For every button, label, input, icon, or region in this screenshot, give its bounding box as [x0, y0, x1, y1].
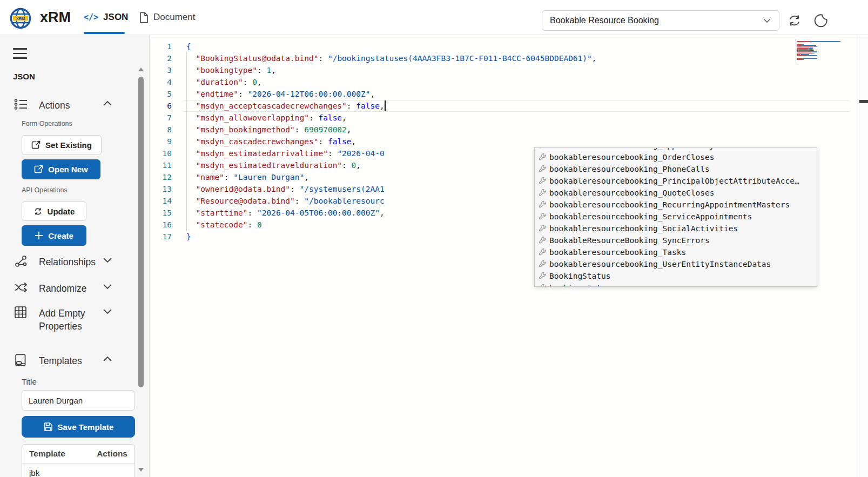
form-operations-label: Form Operations: [22, 120, 72, 127]
suggest-item[interactable]: bookingstatusname: [535, 282, 817, 287]
shuffle-icon: [14, 281, 28, 294]
actions-list-icon: [14, 98, 28, 111]
create-button[interactable]: Create: [22, 225, 86, 246]
suggest-item[interactable]: bookableresourcebooking_ServiceAppointme…: [535, 211, 817, 223]
wrench-icon: [539, 147, 546, 149]
code-line: "starttime": "2026-04-05T06:00:00.000Z",: [186, 207, 385, 219]
json-code-editor[interactable]: 1234567891011121314151617 { "BookingStat…: [150, 35, 868, 477]
relationships-graph-icon: [14, 254, 28, 268]
autocomplete-dropdown: bookableresourcebooking_OpportunityClose…: [534, 147, 817, 287]
set-existing-label: Set Existing: [45, 140, 92, 150]
code-line: "msdyn_allowoverlapping": false,: [186, 112, 347, 124]
chevron-down-icon: [763, 18, 771, 23]
suggest-item[interactable]: bookableresourcebooking_RecurringAppoint…: [535, 199, 817, 211]
template-title-input[interactable]: [22, 390, 135, 411]
save-template-button[interactable]: Save Template: [22, 416, 135, 438]
tab-json-label: JSON: [103, 12, 128, 23]
templates-table-rows: jbk: [22, 463, 134, 477]
suggest-item[interactable]: bookableresourcebooking_PhoneCalls: [535, 163, 817, 175]
suggest-item[interactable]: bookableresourcebooking_OpportunityClose…: [535, 147, 817, 151]
app-window: XRM xRM </> JSON Document Bookable Resou…: [0, 0, 868, 477]
sidebar-section-relationships[interactable]: Relationships: [0, 254, 135, 270]
open-new-button[interactable]: Open New: [22, 159, 100, 179]
suggest-item[interactable]: BookableResourceBooking_SyncErrors: [535, 234, 817, 246]
code-line: "msdyn_bookingmethod": 690970002,: [186, 124, 352, 136]
line-number: 1: [150, 41, 172, 52]
section-label: Randomize: [39, 282, 104, 295]
scroll-up-arrow[interactable]: [138, 68, 144, 71]
line-number: 10: [150, 147, 172, 159]
section-label: Relationships: [39, 256, 104, 268]
chevron-up-icon: [103, 356, 112, 362]
line-number: 2: [150, 52, 172, 64]
suggest-item[interactable]: bookableresourcebooking_QuoteCloses: [535, 187, 817, 199]
save-floppy-icon: [43, 422, 53, 432]
wrench-icon: [539, 213, 546, 220]
code-line: "msdyn_cascadecrewchanges": false,: [186, 136, 356, 147]
scroll-down-arrow[interactable]: [138, 468, 144, 472]
entity-combobox[interactable]: Bookable Resource Booking: [542, 10, 779, 31]
suggest-item[interactable]: bookableresourcebooking_SocialActivities: [535, 223, 817, 234]
line-number: 15: [150, 207, 172, 219]
line-number: 4: [150, 76, 172, 88]
line-number: 17: [150, 231, 172, 243]
active-tab-underline: [84, 32, 125, 34]
code-line: "msdyn_estimatedarrivaltime": "2026-04-0: [186, 147, 385, 159]
hamburger-menu-icon[interactable]: [13, 48, 27, 59]
chevron-down-icon: [103, 284, 112, 290]
line-number: 6: [150, 100, 172, 112]
templates-table-header: Template Actions: [22, 445, 134, 463]
code-line: "duration": 0,: [186, 76, 262, 88]
code-line: }: [186, 231, 191, 243]
entity-combobox-value: Bookable Resource Booking: [550, 16, 763, 25]
code-line: "BookingStatus@odata.bind": "/bookingsta…: [186, 52, 597, 64]
line-number: 13: [150, 183, 172, 195]
wrench-icon: [539, 225, 546, 232]
wrench-icon: [539, 153, 546, 161]
chevron-down-icon: [103, 257, 112, 263]
line-number: 3: [150, 64, 172, 76]
suggest-item[interactable]: bookableresourcebooking_PrincipalObjectA…: [535, 175, 817, 187]
section-label: Templates: [39, 354, 104, 367]
code-line: "msdyn_acceptcascadecrewchanges": false,: [186, 100, 385, 112]
dark-mode-moon-icon[interactable]: [813, 13, 829, 28]
plus-icon: [35, 231, 43, 240]
grid-table-icon: [14, 306, 27, 319]
tab-json[interactable]: </> JSON: [84, 0, 128, 35]
sidebar-section-randomize[interactable]: Randomize: [0, 280, 135, 297]
wrench-icon: [539, 272, 546, 280]
wrench-icon: [539, 189, 546, 197]
update-button[interactable]: Update: [22, 201, 86, 221]
line-number: 7: [150, 112, 172, 124]
chevron-up-icon: [103, 100, 112, 106]
create-label: Create: [48, 231, 73, 240]
save-template-label: Save Template: [58, 422, 114, 432]
set-existing-button[interactable]: Set Existing: [22, 135, 102, 155]
line-number: 14: [150, 195, 172, 207]
overview-ruler[interactable]: [859, 35, 868, 477]
app-header: XRM xRM </> JSON Document Bookable Resou…: [0, 0, 868, 35]
code-line: {: [186, 41, 191, 52]
suggest-item[interactable]: BookingStatus: [535, 270, 817, 282]
tab-document[interactable]: Document: [139, 0, 195, 35]
overview-cursor-mark: [859, 100, 868, 103]
refresh-icon[interactable]: [787, 13, 802, 28]
minimap[interactable]: [796, 40, 845, 64]
suggest-item[interactable]: bookableresourcebooking_UserEntityInstan…: [535, 258, 817, 270]
line-number: 5: [150, 88, 172, 100]
template-column-header: Template: [29, 449, 65, 459]
tab-document-label: Document: [153, 12, 195, 23]
suggest-item[interactable]: bookableresourcebooking_Tasks: [535, 246, 817, 258]
code-line: "name": "Lauren Durgan",: [186, 171, 309, 183]
template-row[interactable]: jbk: [22, 463, 134, 477]
section-label: Add Empty Properties: [39, 307, 104, 333]
open-external-icon: [34, 165, 43, 174]
suggest-item[interactable]: bookableresourcebooking_OrderCloses: [535, 151, 817, 163]
sidebar-scrollbar[interactable]: [138, 68, 144, 477]
sidebar-section-actions[interactable]: Actions: [0, 97, 135, 113]
scrollbar-thumb[interactable]: [138, 77, 144, 387]
sidebar-section-add-empty-properties[interactable]: Add Empty Properties: [0, 305, 135, 335]
wrench-icon: [539, 237, 546, 244]
sidebar-section-templates[interactable]: Templates: [0, 353, 135, 369]
code-line: "endtime": "2026-04-12T06:00:00.000Z",: [186, 88, 375, 100]
